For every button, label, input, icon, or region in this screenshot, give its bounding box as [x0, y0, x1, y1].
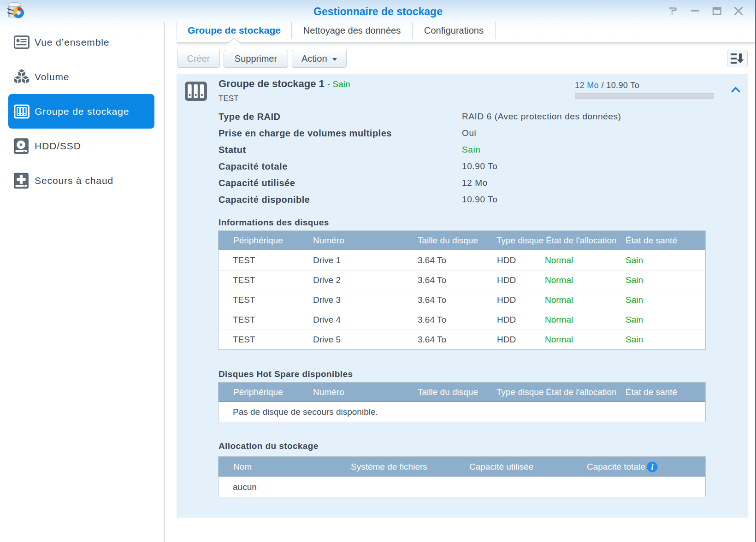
svg-text:i: i — [651, 462, 653, 471]
